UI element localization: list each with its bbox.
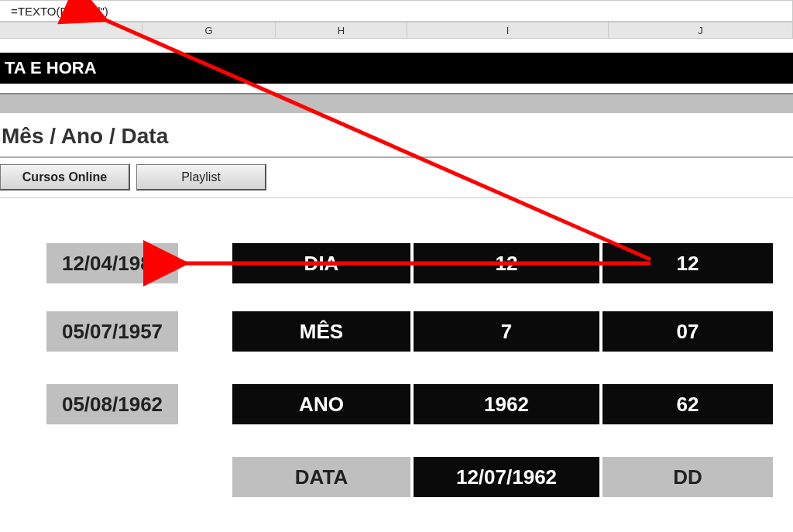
date-cell-3[interactable]: 05/08/1962: [46, 384, 178, 424]
sheet-area: TA E HORA Mês / Ano / Data Cursos Online…: [0, 39, 793, 532]
label-dia: DIA: [232, 243, 410, 283]
label-mes: MÊS: [232, 311, 410, 352]
value-data[interactable]: 12/07/1962: [414, 457, 599, 497]
col-f-partial[interactable]: [0, 22, 142, 39]
formula-text: =TEXTO(F10;"dd"): [11, 5, 108, 18]
output-data[interactable]: DD: [602, 457, 773, 497]
label-ano: ANO: [232, 384, 410, 424]
col-i[interactable]: I: [407, 22, 609, 39]
gray-strip: [0, 93, 793, 119]
label-data: DATA: [232, 457, 410, 497]
value-mes[interactable]: 7: [414, 311, 599, 352]
section-divider: [0, 156, 793, 158]
thin-divider: [0, 197, 793, 198]
col-g[interactable]: G: [142, 22, 276, 39]
title-band-text: TA E HORA: [5, 58, 97, 77]
title-band: TA E HORA: [0, 53, 793, 84]
output-ano[interactable]: 62: [602, 384, 773, 424]
col-j[interactable]: J: [609, 22, 793, 39]
date-cell-2[interactable]: 05/07/1957: [46, 311, 178, 352]
column-headers: G H I J: [0, 22, 793, 39]
button-row: Cursos Online Playlist: [0, 164, 266, 190]
output-dia[interactable]: 12: [602, 243, 773, 283]
value-ano[interactable]: 1962: [414, 384, 599, 424]
section-title: Mês / Ano / Data: [2, 124, 168, 149]
date-cell-1[interactable]: 12/04/1982: [46, 243, 178, 283]
output-mes[interactable]: 07: [602, 311, 773, 352]
col-h[interactable]: H: [276, 22, 407, 39]
formula-bar[interactable]: =TEXTO(F10;"dd"): [0, 0, 793, 22]
playlist-button[interactable]: Playlist: [136, 164, 266, 190]
cursos-online-button[interactable]: Cursos Online: [0, 164, 130, 190]
value-dia[interactable]: 12: [414, 243, 599, 283]
